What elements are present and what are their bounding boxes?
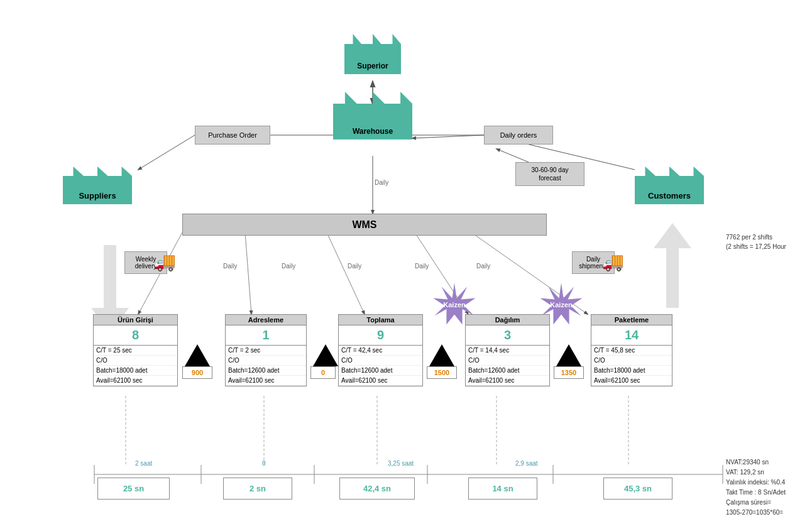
- warehouse-label: Warehouse: [333, 127, 412, 136]
- process-4-number: 3: [466, 325, 549, 346]
- daily-label-3: Daily: [348, 263, 361, 270]
- process-3-co: C/O: [339, 356, 422, 366]
- process-2-avail: Avail=62100 sec: [226, 376, 306, 386]
- daily-label-wms: Daily: [375, 179, 388, 186]
- svg-line-4: [412, 135, 484, 138]
- process-4-header: Dağılım: [466, 315, 549, 325]
- metrics-info: NVAT:29340 sn VAT: 129,2 sn Yalınlık ind…: [726, 457, 786, 519]
- time-top-2: 0: [262, 460, 266, 467]
- process-urun-girisi: Ürün Girişi 8 C/T = 25 sec C/O Batch=180…: [93, 314, 178, 386]
- suppliers-factory: Suppliers: [63, 157, 132, 214]
- process-adresleme: Adresleme 1 C/T = 2 sec C/O Batch=12600 …: [225, 314, 307, 386]
- purchase-order-box: Purchase Order: [195, 126, 270, 145]
- truck-left: 🚚: [154, 251, 176, 272]
- forecast-box: 30-60-90 dayforecast: [515, 162, 584, 186]
- process-2-number: 1: [226, 325, 306, 346]
- process-4-avail: Avail=62100 sec: [466, 376, 549, 386]
- flow-arrows: [0, 0, 812, 519]
- daily-orders-box: Daily orders: [484, 126, 553, 145]
- process-paketleme: Paketleme 14 C/T = 45,8 sec C/O Batch=18…: [591, 314, 672, 386]
- customers-factory: Customers: [635, 157, 704, 214]
- time-top-4: 2,9 saat: [515, 460, 538, 467]
- process-5-batch: Batch=18000 adet: [591, 366, 672, 376]
- process-1-batch: Batch=18000 adet: [94, 366, 177, 376]
- time-box-5: 45,3 sn: [603, 478, 672, 500]
- process-1-header: Ürün Girişi: [94, 315, 177, 325]
- time-top-1: 2 saat: [135, 460, 152, 467]
- svg-line-9: [245, 232, 251, 314]
- time-box-4: 14 sn: [468, 478, 537, 500]
- inventory-box-3: 1500: [427, 366, 457, 379]
- process-1-number: 8: [94, 325, 177, 346]
- process-2-co: C/O: [226, 356, 306, 366]
- time-box-2: 2 sn: [223, 478, 292, 500]
- time-box-1: 25 sn: [97, 478, 170, 500]
- daily-label-1: Daily: [223, 263, 237, 270]
- inventory-box-1: 900: [182, 366, 212, 379]
- shifts-info: 7762 per 2 shifts (2 shifts = 17,25 Hour: [726, 232, 786, 251]
- process-1-co: C/O: [94, 356, 177, 366]
- process-4-co: C/O: [466, 356, 549, 366]
- process-2-ct: C/T = 2 sec: [226, 346, 306, 356]
- process-3-header: Toplama: [339, 315, 422, 325]
- process-4-batch: Batch=12600 adet: [466, 366, 549, 376]
- process-5-number: 14: [591, 325, 672, 346]
- forecast-label: 30-60-90 dayforecast: [532, 166, 569, 182]
- inventory-triangle-3: [429, 344, 454, 366]
- process-2-header: Adresleme: [226, 315, 306, 325]
- inventory-box-2: 0: [310, 366, 336, 379]
- diagram: Superior Warehouse Suppliers Customers P…: [0, 0, 812, 519]
- process-dagilim: Dağılım 3 C/T = 14,4 sec C/O Batch=12600…: [465, 314, 550, 386]
- process-3-number: 9: [339, 325, 422, 346]
- process-5-header: Paketleme: [591, 315, 672, 325]
- process-5-avail: Avail=62100 sec: [591, 376, 672, 386]
- customers-label: Customers: [635, 191, 704, 200]
- process-3-ct: C/T = 42,4 sec: [339, 346, 422, 356]
- daily-label-4: Daily: [415, 263, 429, 270]
- superior-factory: Superior: [344, 24, 401, 84]
- daily-label-2: Daily: [282, 263, 295, 270]
- daily-label-5: Daily: [476, 263, 490, 270]
- time-box-3: 42,4 sn: [339, 478, 415, 500]
- inventory-triangle-2: [313, 344, 338, 366]
- svg-line-10: [327, 232, 365, 314]
- process-3-avail: Avail=62100 sec: [339, 376, 422, 386]
- process-5-co: C/O: [591, 356, 672, 366]
- inventory-triangle-4: [556, 344, 581, 366]
- process-1-ct: C/T = 25 sec: [94, 346, 177, 356]
- superior-label: Superior: [344, 62, 401, 70]
- time-top-3: 3,25 saat: [388, 460, 414, 467]
- process-5-ct: C/T = 45,8 sec: [591, 346, 672, 356]
- svg-line-2: [138, 135, 195, 170]
- truck-right: 🚚: [602, 251, 624, 272]
- process-4-ct: C/T = 14,4 sec: [466, 346, 549, 356]
- process-3-batch: Batch=12600 adet: [339, 366, 422, 376]
- wms-box: WMS: [182, 214, 547, 236]
- process-2-batch: Batch=12600 adet: [226, 366, 306, 376]
- inventory-triangle-1: [185, 344, 210, 366]
- inventory-box-4: 1350: [554, 366, 584, 379]
- process-toplama: Toplama 9 C/T = 42,4 sec C/O Batch=12600…: [338, 314, 423, 386]
- suppliers-label: Suppliers: [63, 191, 132, 200]
- svg-marker-28: [654, 223, 691, 248]
- warehouse-factory: Warehouse: [333, 80, 412, 156]
- process-1-avail: Avail=62100 sec: [94, 376, 177, 386]
